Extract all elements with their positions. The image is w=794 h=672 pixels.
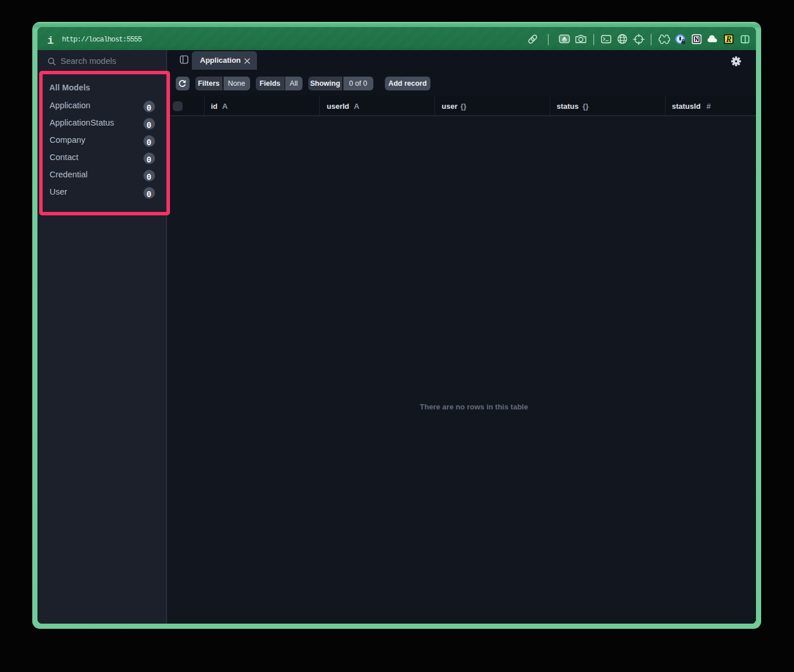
svg-text:R: R (725, 35, 732, 44)
